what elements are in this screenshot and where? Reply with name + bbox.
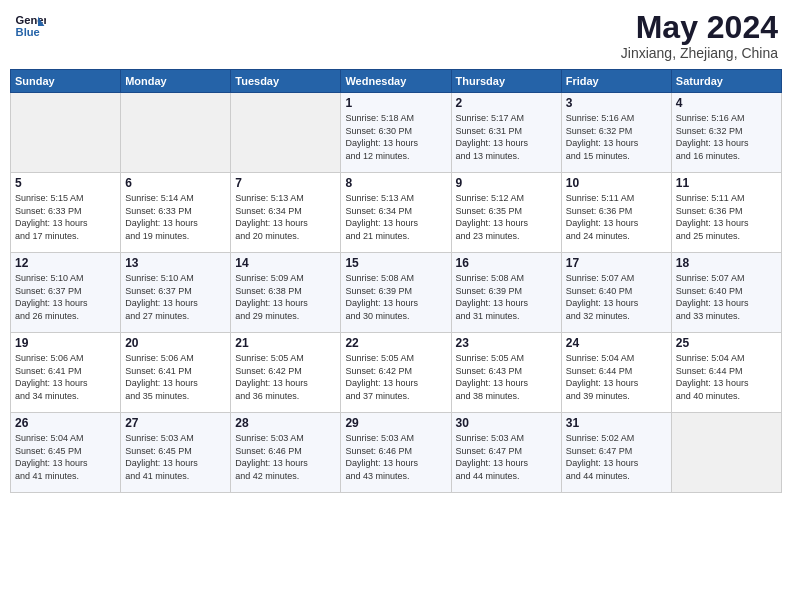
day-detail: Sunrise: 5:09 AM Sunset: 6:38 PM Dayligh…	[235, 272, 336, 322]
week-row-5: 26Sunrise: 5:04 AM Sunset: 6:45 PM Dayli…	[11, 413, 782, 493]
day-number: 25	[676, 336, 777, 350]
day-number: 20	[125, 336, 226, 350]
logo-icon: General Blue	[14, 10, 46, 42]
calendar-cell: 17Sunrise: 5:07 AM Sunset: 6:40 PM Dayli…	[561, 253, 671, 333]
weekday-header-sunday: Sunday	[11, 70, 121, 93]
day-number: 8	[345, 176, 446, 190]
day-number: 12	[15, 256, 116, 270]
week-row-4: 19Sunrise: 5:06 AM Sunset: 6:41 PM Dayli…	[11, 333, 782, 413]
day-number: 30	[456, 416, 557, 430]
calendar-cell: 22Sunrise: 5:05 AM Sunset: 6:42 PM Dayli…	[341, 333, 451, 413]
day-detail: Sunrise: 5:04 AM Sunset: 6:45 PM Dayligh…	[15, 432, 116, 482]
day-detail: Sunrise: 5:07 AM Sunset: 6:40 PM Dayligh…	[566, 272, 667, 322]
weekday-header-tuesday: Tuesday	[231, 70, 341, 93]
day-detail: Sunrise: 5:05 AM Sunset: 6:43 PM Dayligh…	[456, 352, 557, 402]
weekday-header-monday: Monday	[121, 70, 231, 93]
calendar-cell: 25Sunrise: 5:04 AM Sunset: 6:44 PM Dayli…	[671, 333, 781, 413]
calendar-cell: 28Sunrise: 5:03 AM Sunset: 6:46 PM Dayli…	[231, 413, 341, 493]
week-row-3: 12Sunrise: 5:10 AM Sunset: 6:37 PM Dayli…	[11, 253, 782, 333]
day-number: 15	[345, 256, 446, 270]
calendar-cell: 3Sunrise: 5:16 AM Sunset: 6:32 PM Daylig…	[561, 93, 671, 173]
day-detail: Sunrise: 5:05 AM Sunset: 6:42 PM Dayligh…	[235, 352, 336, 402]
calendar-cell: 14Sunrise: 5:09 AM Sunset: 6:38 PM Dayli…	[231, 253, 341, 333]
calendar-cell: 30Sunrise: 5:03 AM Sunset: 6:47 PM Dayli…	[451, 413, 561, 493]
calendar-cell: 9Sunrise: 5:12 AM Sunset: 6:35 PM Daylig…	[451, 173, 561, 253]
day-detail: Sunrise: 5:03 AM Sunset: 6:47 PM Dayligh…	[456, 432, 557, 482]
day-detail: Sunrise: 5:03 AM Sunset: 6:46 PM Dayligh…	[345, 432, 446, 482]
calendar-cell	[671, 413, 781, 493]
weekday-header-friday: Friday	[561, 70, 671, 93]
week-row-2: 5Sunrise: 5:15 AM Sunset: 6:33 PM Daylig…	[11, 173, 782, 253]
calendar-cell: 2Sunrise: 5:17 AM Sunset: 6:31 PM Daylig…	[451, 93, 561, 173]
day-detail: Sunrise: 5:11 AM Sunset: 6:36 PM Dayligh…	[566, 192, 667, 242]
calendar-cell: 24Sunrise: 5:04 AM Sunset: 6:44 PM Dayli…	[561, 333, 671, 413]
calendar-cell: 19Sunrise: 5:06 AM Sunset: 6:41 PM Dayli…	[11, 333, 121, 413]
day-number: 23	[456, 336, 557, 350]
day-number: 29	[345, 416, 446, 430]
day-detail: Sunrise: 5:03 AM Sunset: 6:45 PM Dayligh…	[125, 432, 226, 482]
day-number: 31	[566, 416, 667, 430]
day-detail: Sunrise: 5:07 AM Sunset: 6:40 PM Dayligh…	[676, 272, 777, 322]
day-number: 1	[345, 96, 446, 110]
page-header: General Blue May 2024 Jinxiang, Zhejiang…	[10, 10, 782, 61]
day-detail: Sunrise: 5:08 AM Sunset: 6:39 PM Dayligh…	[345, 272, 446, 322]
day-detail: Sunrise: 5:16 AM Sunset: 6:32 PM Dayligh…	[676, 112, 777, 162]
calendar-cell: 4Sunrise: 5:16 AM Sunset: 6:32 PM Daylig…	[671, 93, 781, 173]
day-detail: Sunrise: 5:06 AM Sunset: 6:41 PM Dayligh…	[15, 352, 116, 402]
day-detail: Sunrise: 5:06 AM Sunset: 6:41 PM Dayligh…	[125, 352, 226, 402]
logo: General Blue	[14, 10, 46, 42]
calendar-cell: 1Sunrise: 5:18 AM Sunset: 6:30 PM Daylig…	[341, 93, 451, 173]
day-detail: Sunrise: 5:13 AM Sunset: 6:34 PM Dayligh…	[345, 192, 446, 242]
day-detail: Sunrise: 5:13 AM Sunset: 6:34 PM Dayligh…	[235, 192, 336, 242]
calendar-cell	[11, 93, 121, 173]
calendar-cell: 5Sunrise: 5:15 AM Sunset: 6:33 PM Daylig…	[11, 173, 121, 253]
day-detail: Sunrise: 5:17 AM Sunset: 6:31 PM Dayligh…	[456, 112, 557, 162]
svg-text:Blue: Blue	[16, 26, 40, 38]
day-number: 26	[15, 416, 116, 430]
weekday-header-saturday: Saturday	[671, 70, 781, 93]
day-number: 27	[125, 416, 226, 430]
calendar-cell: 31Sunrise: 5:02 AM Sunset: 6:47 PM Dayli…	[561, 413, 671, 493]
calendar-cell: 20Sunrise: 5:06 AM Sunset: 6:41 PM Dayli…	[121, 333, 231, 413]
day-number: 11	[676, 176, 777, 190]
calendar-cell: 29Sunrise: 5:03 AM Sunset: 6:46 PM Dayli…	[341, 413, 451, 493]
day-number: 28	[235, 416, 336, 430]
day-detail: Sunrise: 5:04 AM Sunset: 6:44 PM Dayligh…	[566, 352, 667, 402]
calendar-cell: 12Sunrise: 5:10 AM Sunset: 6:37 PM Dayli…	[11, 253, 121, 333]
calendar-cell: 27Sunrise: 5:03 AM Sunset: 6:45 PM Dayli…	[121, 413, 231, 493]
calendar-cell: 13Sunrise: 5:10 AM Sunset: 6:37 PM Dayli…	[121, 253, 231, 333]
day-number: 16	[456, 256, 557, 270]
calendar-cell: 6Sunrise: 5:14 AM Sunset: 6:33 PM Daylig…	[121, 173, 231, 253]
weekday-header-wednesday: Wednesday	[341, 70, 451, 93]
calendar-cell: 10Sunrise: 5:11 AM Sunset: 6:36 PM Dayli…	[561, 173, 671, 253]
calendar-cell	[231, 93, 341, 173]
day-detail: Sunrise: 5:02 AM Sunset: 6:47 PM Dayligh…	[566, 432, 667, 482]
day-detail: Sunrise: 5:05 AM Sunset: 6:42 PM Dayligh…	[345, 352, 446, 402]
calendar-cell	[121, 93, 231, 173]
location-subtitle: Jinxiang, Zhejiang, China	[621, 45, 778, 61]
day-detail: Sunrise: 5:11 AM Sunset: 6:36 PM Dayligh…	[676, 192, 777, 242]
day-detail: Sunrise: 5:10 AM Sunset: 6:37 PM Dayligh…	[15, 272, 116, 322]
day-detail: Sunrise: 5:14 AM Sunset: 6:33 PM Dayligh…	[125, 192, 226, 242]
day-number: 4	[676, 96, 777, 110]
calendar-cell: 21Sunrise: 5:05 AM Sunset: 6:42 PM Dayli…	[231, 333, 341, 413]
day-number: 17	[566, 256, 667, 270]
weekday-header-thursday: Thursday	[451, 70, 561, 93]
day-detail: Sunrise: 5:03 AM Sunset: 6:46 PM Dayligh…	[235, 432, 336, 482]
day-detail: Sunrise: 5:16 AM Sunset: 6:32 PM Dayligh…	[566, 112, 667, 162]
day-detail: Sunrise: 5:08 AM Sunset: 6:39 PM Dayligh…	[456, 272, 557, 322]
calendar-cell: 11Sunrise: 5:11 AM Sunset: 6:36 PM Dayli…	[671, 173, 781, 253]
day-number: 3	[566, 96, 667, 110]
day-number: 7	[235, 176, 336, 190]
weekday-header-row: SundayMondayTuesdayWednesdayThursdayFrid…	[11, 70, 782, 93]
day-number: 14	[235, 256, 336, 270]
day-number: 24	[566, 336, 667, 350]
day-detail: Sunrise: 5:15 AM Sunset: 6:33 PM Dayligh…	[15, 192, 116, 242]
week-row-1: 1Sunrise: 5:18 AM Sunset: 6:30 PM Daylig…	[11, 93, 782, 173]
calendar-cell: 23Sunrise: 5:05 AM Sunset: 6:43 PM Dayli…	[451, 333, 561, 413]
day-number: 21	[235, 336, 336, 350]
day-number: 6	[125, 176, 226, 190]
day-number: 10	[566, 176, 667, 190]
day-number: 22	[345, 336, 446, 350]
day-number: 5	[15, 176, 116, 190]
